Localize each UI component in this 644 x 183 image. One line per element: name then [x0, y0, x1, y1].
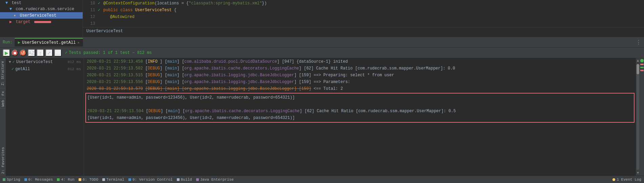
code-content-11: public class UserServiceTest {	[103, 7, 641, 14]
log-timestamp-4: 2020-03-21 22:59:13.556	[87, 80, 143, 84]
status-spring[interactable]: Spring	[3, 178, 20, 182]
sort-button[interactable]: ↕	[37, 49, 44, 57]
todo-icon	[79, 178, 81, 181]
top-area: ▼ test ▼ com.rudecrab.ssm.service ✦ User…	[0, 0, 644, 37]
log-level-1: INFO	[148, 59, 160, 64]
test-panel: ▼ ✓ UserServiceTest 812 ms ✓ getAll 812 …	[6, 58, 84, 176]
tree-item-class[interactable]: ✦ UserServiceTest	[0, 12, 83, 19]
status-todo[interactable]: 6: TODO	[79, 178, 98, 182]
log-lineno-5: 159	[302, 86, 309, 91]
folder-icon-target: ▶	[9, 19, 12, 24]
rerun-button[interactable]: ↺	[20, 49, 26, 56]
status-build[interactable]: Build	[177, 178, 192, 182]
log-lineno-2: 62	[306, 66, 311, 71]
expand-button[interactable]: ⤢	[45, 49, 53, 57]
log-area[interactable]: 2020-03-21 22:59:13.458 [INFO ] [main] […	[84, 58, 636, 176]
test-method-label: getAll	[15, 67, 30, 72]
check-icon-suite: ✓	[13, 59, 15, 64]
boxed-line-4: [User(id=1, name=admin, password=123456)…	[87, 115, 632, 121]
tab-icon: ▶	[18, 40, 20, 45]
status-vc[interactable]: 9: Version Control	[128, 178, 173, 182]
sidebar-label-fx[interactable]: Fx	[1, 91, 5, 96]
right-scrollbar[interactable]: ▲ ▼	[636, 58, 640, 176]
code-content-10: @ContextConfiguration(locations = {"clas…	[103, 0, 641, 7]
test-suite-duration: 812 ms	[67, 60, 81, 64]
terminal-icon	[102, 178, 105, 181]
tab-bar: Run: ▶ UserServiceTest.getAll ✕ ⋮	[0, 37, 644, 47]
scroll-thumb[interactable]	[637, 64, 639, 74]
tab-more-button[interactable]: ⋮	[636, 39, 641, 46]
more-button[interactable]: …	[54, 49, 62, 57]
log-timestamp-5: 2020-03-21 22:59:13.579	[87, 86, 143, 91]
log-timestamp-2: 2020-03-21 22:59:13.502	[87, 66, 143, 71]
sidebar-section-favorites: 2: Favorites	[0, 146, 6, 176]
check-icon-test: ✓	[12, 66, 14, 72]
tab-close-button[interactable]: ✕	[77, 41, 79, 45]
main-content: Z: Structure Fx Web 2: Favorites ▼ ✓ Use…	[0, 58, 644, 176]
tree-item-test[interactable]: ▼ test	[0, 0, 83, 6]
status-right: 1 Event Log	[612, 178, 641, 182]
log-line-3: 2020-03-21 22:59:13.515 [DEBUG] [main] […	[84, 72, 636, 79]
log-line-4: 2020-03-21 22:59:13.556 [DEBUG] [main] […	[84, 79, 636, 85]
test-tree-getall[interactable]: ✓ getAll 812 ms	[6, 65, 84, 73]
scroll-track[interactable]	[637, 64, 639, 170]
log-lineno-4: 159	[302, 80, 309, 84]
status-java-enterprise[interactable]: Java Enterprise	[196, 178, 234, 182]
test-tree-userservicetest[interactable]: ▼ ✓ UserServiceTest 812 ms	[6, 58, 84, 65]
sidebar-label-structure[interactable]: Z: Structure	[1, 60, 5, 87]
log-logger-4: org.apache.ibatis.logging.jdbc.BaseJdbcL…	[184, 80, 294, 84]
run-button[interactable]: ▶	[3, 49, 10, 57]
log-logger-2: org.apache.ibatis.cache.decorators.Loggi…	[184, 66, 299, 71]
sidebar-label-favorites[interactable]: 2: Favorites	[1, 147, 5, 174]
log-level-4: DEBUG	[148, 80, 160, 84]
log-logger-5: org.apache.ibatis.logging.jdbc.BaseJdbcL…	[184, 86, 294, 91]
code-line-10: 10 ✓ @ContextConfiguration(locations = {…	[83, 0, 644, 7]
tree-item-package[interactable]: ▼ com.rudecrab.ssm.service	[0, 6, 83, 12]
breadcrumb: UserServiceTest	[83, 27, 644, 35]
scroll-down-arrow[interactable]: ▼	[636, 170, 640, 176]
scroll-up-arrow[interactable]: ▲	[636, 58, 640, 63]
test-suite-label: UserServiceTest	[16, 60, 53, 64]
event-log-button[interactable]: 1 Event Log	[612, 178, 641, 182]
folder-icon: ▼	[5, 1, 8, 5]
log-lineno-1: 947	[284, 59, 292, 64]
status-terminal[interactable]: Terminal	[102, 178, 124, 182]
log-thread-2: main	[167, 66, 177, 71]
sidebar-label-web[interactable]: Web	[1, 100, 5, 107]
code-editor: 10 ✓ @ContextConfiguration(locations = {…	[83, 0, 644, 37]
log-level-5: DEBUG	[148, 86, 160, 91]
log-msg-1: {dataSource-1} inited	[294, 59, 348, 64]
log-timestamp-3: 2020-03-21 22:59:13.515	[87, 73, 143, 78]
log-logger-1: com.alibaba.druid.pool.DruidDataSource	[184, 59, 277, 64]
class-icon: ✦	[14, 13, 16, 18]
log-level-3: DEBUG	[148, 73, 160, 78]
log-msg-2: Cache Hit Ratio [com.rudecrab.ssm.mapper…	[314, 66, 455, 71]
tree-item-target[interactable]: ▶ target	[0, 19, 83, 25]
gutter-check-11: ✓	[98, 7, 103, 14]
event-dot-icon	[612, 178, 615, 181]
boxed-section: [User(id=1, name=admin, password=123456)…	[85, 93, 635, 123]
sort-alpha-button[interactable]: AZ	[28, 49, 35, 57]
boxed-line-spacer	[87, 101, 632, 108]
log-line-5: 2020-03-21 22:59:13.579 [DEBUG] [main] […	[84, 85, 636, 92]
status-bar: Spring 0: Messages 4: Run 6: TODO Termin…	[0, 176, 644, 183]
status-run[interactable]: 4: Run	[57, 178, 75, 182]
code-line-11: 11 ✓ public class UserServiceTest {	[83, 7, 644, 14]
sidebar-section-structure: Z: Structure	[0, 58, 6, 88]
package-icon: ▼	[9, 7, 12, 12]
log-thread-3: main	[167, 73, 177, 78]
boxed-line-3: 2020-03-21 22:59:13.594 [DEBUG] [main] […	[87, 108, 632, 115]
status-messages[interactable]: 0: Messages	[24, 178, 53, 182]
log-line-1: 2020-03-21 22:59:13.458 [INFO ] [main] […	[84, 58, 636, 65]
tab-userservicetest[interactable]: ▶ UserServiceTest.getAll ✕	[15, 38, 83, 46]
sidebar-section-web2: Web	[0, 99, 6, 108]
check-icon: ✓	[65, 50, 67, 55]
test-status: ✓ Tests passed: 1 of 1 test – 812 ms	[65, 50, 152, 55]
stop-button[interactable]: ■	[12, 49, 18, 56]
file-tree-panel: ▼ test ▼ com.rudecrab.ssm.service ✦ User…	[0, 0, 83, 37]
toolbar: ▶ ■ ↺ AZ ↕ ⤢ … ✓ Tests passed: 1 of 1 te…	[0, 47, 644, 58]
log-level-2: DEBUG	[148, 66, 160, 71]
code-content-12: @Autowired	[103, 14, 641, 20]
expand-icon: ▼	[9, 60, 11, 64]
log-thread-5: main	[167, 86, 177, 91]
